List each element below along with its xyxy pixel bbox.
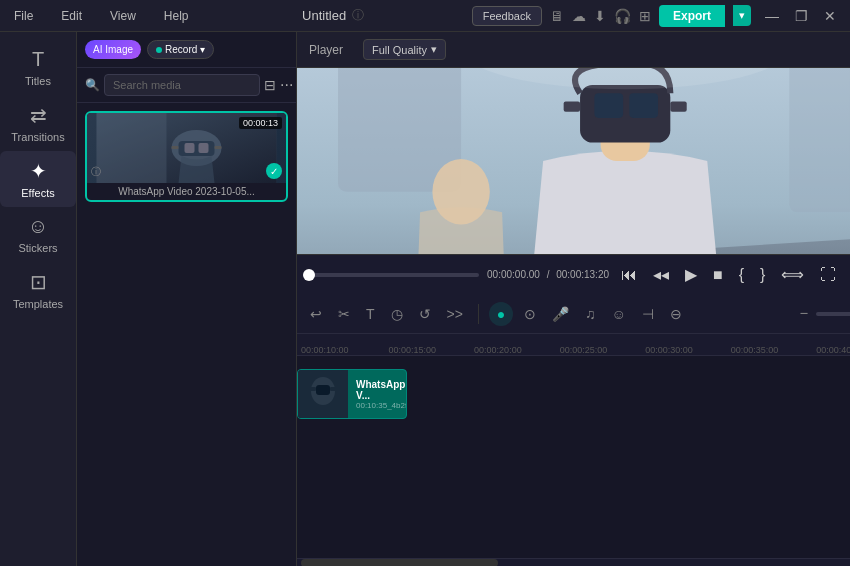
svg-rect-16 xyxy=(594,93,623,118)
zoom-minus-button[interactable]: － xyxy=(796,303,812,324)
video-frame xyxy=(297,68,850,254)
ruler-mark-5: 00:00:30:00 xyxy=(645,345,693,355)
svg-rect-5 xyxy=(199,143,209,153)
sidebar-item-transitions[interactable]: ⇄ Transitions xyxy=(0,95,76,151)
time-current: 00:00:00.00 xyxy=(487,269,540,280)
tl-more-button[interactable]: >> xyxy=(442,303,468,325)
titlebar-right: Feedback 🖥 ☁ ⬇ 🎧 ⊞ Export ▾ — ❐ ✕ xyxy=(472,5,842,27)
menu-view[interactable]: View xyxy=(104,7,142,25)
tl-zoom: － ＋ xyxy=(796,303,850,324)
titlebar-center: Untitled ⓘ xyxy=(302,7,364,24)
tl-remove-button[interactable]: ⊖ xyxy=(665,303,687,325)
split-button[interactable]: ⟺ xyxy=(777,263,808,286)
media-grid: 00:00:13 ✓ ⓘ WhatsApp Video 2023-10-05..… xyxy=(77,103,296,566)
player-controls: 00:00:00.00 / 00:00:13:20 ⏮ ◂◂ ▶ ■ { } ⟺… xyxy=(297,254,850,294)
menu-help[interactable]: Help xyxy=(158,7,195,25)
ruler-mark-3: 00:00:20:00 xyxy=(474,345,522,355)
center-panel: Player Full Quality ▾ ⛶ xyxy=(297,32,850,566)
svg-rect-8 xyxy=(97,113,167,183)
feedback-button[interactable]: Feedback xyxy=(472,6,542,26)
maximize-button[interactable]: ❐ xyxy=(789,6,814,26)
fullscreen-player-button[interactable]: ⛶ xyxy=(816,264,840,286)
sidebar-label-stickers: Stickers xyxy=(18,242,57,254)
record-chevron: ▾ xyxy=(200,44,205,55)
track-clip-timecode: 00:10:35_4b2f... xyxy=(356,401,407,410)
track-row: WhatsApp V... 00:10:35_4b2f... xyxy=(297,364,850,424)
export-dropdown-button[interactable]: ▾ xyxy=(733,5,751,26)
more-options-icon[interactable]: ··· xyxy=(280,76,293,94)
svg-rect-4 xyxy=(185,143,195,153)
timeline-ruler: 00:00:10:00 00:00:15:00 00:00:20:00 00:0… xyxy=(297,334,850,356)
ruler-mark-1: 00:00:10:00 xyxy=(301,345,349,355)
frame-back-button[interactable]: ◂◂ xyxy=(649,263,673,286)
time-separator: / xyxy=(547,269,550,280)
sidebar-item-titles[interactable]: T Titles xyxy=(0,40,76,95)
record-label: Record xyxy=(165,44,197,55)
svg-rect-24 xyxy=(316,385,330,395)
search-icon: 🔍 xyxy=(85,78,100,92)
media-thumbnail: 00:00:13 ✓ ⓘ xyxy=(87,113,286,183)
track-clip-thumbnail xyxy=(298,370,348,418)
time-total: 00:00:13:20 xyxy=(556,269,609,280)
stop-button[interactable]: ■ xyxy=(709,264,727,286)
tl-mic-button[interactable]: 🎤 xyxy=(547,303,574,325)
tl-undo-button[interactable]: ↩ xyxy=(305,303,327,325)
info-icon: ⓘ xyxy=(352,7,364,24)
sidebar-item-stickers[interactable]: ☺ Stickers xyxy=(0,207,76,262)
svg-rect-18 xyxy=(564,102,580,112)
svg-rect-13 xyxy=(789,68,850,212)
timeline-tracks: WhatsApp V... 00:10:35_4b2f... xyxy=(297,356,850,558)
tl-text-button[interactable]: T xyxy=(361,303,380,325)
tl-active-button[interactable]: ● xyxy=(489,302,513,326)
zoom-slider[interactable] xyxy=(816,312,850,316)
svg-rect-3 xyxy=(179,141,215,156)
ruler-mark-7: 00:00:40:00 xyxy=(816,345,850,355)
search-input[interactable] xyxy=(104,74,260,96)
tl-cut-button[interactable]: ✂ xyxy=(333,303,355,325)
menu-edit[interactable]: Edit xyxy=(55,7,88,25)
track-clip[interactable]: WhatsApp V... 00:10:35_4b2f... xyxy=(297,369,407,419)
record-button[interactable]: Record ▾ xyxy=(147,40,214,59)
tl-beat-button[interactable]: ♫ xyxy=(580,303,601,325)
media-panel: AI Image Record ▾ 🔍 ⊟ ··· xyxy=(77,32,297,566)
quality-label: Full Quality xyxy=(372,44,427,56)
trim-in-button[interactable]: { xyxy=(735,264,748,286)
tl-loop-button[interactable]: ↺ xyxy=(414,303,436,325)
window-controls: — ❐ ✕ xyxy=(759,6,842,26)
tl-sticker-tl-button[interactable]: ☺ xyxy=(606,303,630,325)
media-item[interactable]: 00:00:13 ✓ ⓘ WhatsApp Video 2023-10-05..… xyxy=(85,111,288,202)
export-button[interactable]: Export xyxy=(659,5,725,27)
titles-icon: T xyxy=(32,48,44,71)
download-icon: ⬇ xyxy=(594,8,606,24)
record-dot xyxy=(156,47,162,53)
progress-bar[interactable] xyxy=(309,273,479,277)
monitor-icon: 🖥 xyxy=(550,8,564,24)
ai-image-button[interactable]: AI Image xyxy=(85,40,141,59)
minimize-button[interactable]: — xyxy=(759,6,785,26)
svg-rect-7 xyxy=(215,146,222,149)
svg-rect-25 xyxy=(310,387,316,391)
headphone-icon: 🎧 xyxy=(614,8,631,24)
tl-clock-button[interactable]: ◷ xyxy=(386,303,408,325)
app-title: Untitled xyxy=(302,8,346,23)
sidebar-label-templates: Templates xyxy=(13,298,63,310)
skip-back-button[interactable]: ⏮ xyxy=(617,264,641,286)
filter-icon[interactable]: ⊟ xyxy=(264,77,276,93)
tl-split2-button[interactable]: ⊣ xyxy=(637,303,659,325)
track-clip-info: WhatsApp V... 00:10:35_4b2f... xyxy=(348,375,407,414)
play-button[interactable]: ▶ xyxy=(681,263,701,286)
trim-out-button[interactable]: } xyxy=(756,264,769,286)
progress-thumb[interactable] xyxy=(303,269,315,281)
sidebar-item-effects[interactable]: ✦ Effects xyxy=(0,151,76,207)
quality-chevron: ▾ xyxy=(431,43,437,56)
scrollbar-thumb[interactable] xyxy=(301,559,498,566)
timeline-scrollbar[interactable] xyxy=(297,558,850,566)
quality-select[interactable]: Full Quality ▾ xyxy=(363,39,446,60)
close-button[interactable]: ✕ xyxy=(818,6,842,26)
tl-record-tl-button[interactable]: ⊙ xyxy=(519,303,541,325)
timeline-tools: ↩ ✂ T ◷ ↺ >> ● ⊙ 🎤 ♫ ☺ ⊣ ⊖ － ＋ ⚙ xyxy=(297,294,850,334)
time-display: 00:00:00.00 / 00:00:13:20 xyxy=(487,269,609,280)
svg-rect-19 xyxy=(670,102,686,112)
sidebar-item-templates[interactable]: ⊡ Templates xyxy=(0,262,76,318)
menu-file[interactable]: File xyxy=(8,7,39,25)
